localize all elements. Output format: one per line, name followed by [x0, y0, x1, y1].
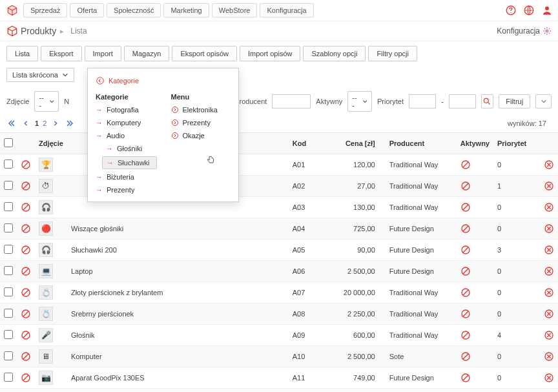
globe-icon[interactable]	[523, 5, 535, 16]
col-producent[interactable]: Producent	[386, 133, 457, 154]
col-aktywny[interactable]: Aktywny	[457, 133, 493, 154]
filter-zdjecie-dropdown[interactable]: ---	[34, 91, 59, 112]
filter-aktywny-dropdown[interactable]: ---	[347, 91, 372, 112]
filter-priorytet-to[interactable]	[449, 94, 476, 108]
filter-producent-input[interactable]	[272, 94, 311, 108]
menu-item-prezenty[interactable]: Prezenty	[163, 116, 239, 129]
row-delete-button[interactable]	[539, 197, 558, 218]
row-checkbox[interactable]	[4, 181, 13, 190]
row-delete-button[interactable]	[539, 240, 558, 261]
app-logo[interactable]	[5, 3, 19, 17]
tab-eksport[interactable]: Eksport	[41, 46, 81, 61]
row-aktywny-icon[interactable]	[457, 346, 493, 367]
row-checkbox[interactable]	[4, 202, 13, 211]
row-delete-button[interactable]	[539, 282, 558, 304]
row-noentry-icon[interactable]	[17, 176, 35, 197]
topnav-sprzedaż[interactable]: Sprzedaż	[23, 3, 67, 17]
filter-priorytet-from[interactable]	[409, 94, 436, 108]
row-checkbox[interactable]	[4, 373, 13, 382]
tab-filtry-opcji[interactable]: Filtry opcji	[368, 46, 417, 61]
pager-prev[interactable]	[21, 118, 31, 129]
table-row[interactable]: 🖥KomputerA102 500,00Sote0	[0, 346, 558, 367]
row-aktywny-icon[interactable]	[457, 240, 493, 261]
row-noentry-icon[interactable]	[17, 325, 35, 346]
row-noentry-icon[interactable]	[17, 218, 35, 240]
col-cena[interactable]: Cena [zł]	[334, 133, 386, 154]
table-row[interactable]: 💾Karta pamięci 8GBA1280,00Future Design2	[0, 389, 558, 393]
tab-import-opisów[interactable]: Import opisów	[240, 46, 300, 61]
row-aktywny-icon[interactable]	[457, 389, 493, 393]
row-delete-button[interactable]	[539, 154, 558, 176]
table-row[interactable]: 🎧A03130,00Traditional Way0	[0, 197, 558, 218]
row-thumbnail[interactable]: 🎤	[39, 328, 53, 342]
row-noentry-icon[interactable]	[17, 304, 35, 325]
filter-expand-button[interactable]	[535, 94, 552, 108]
table-row[interactable]: 💍Srebrny pierścionekA082 250,00Tradition…	[0, 304, 558, 325]
menu-item-okazje[interactable]: Okazje	[163, 129, 239, 142]
row-aktywny-icon[interactable]	[457, 367, 493, 389]
topnav-konfiguracja[interactable]: Konfiguracja	[260, 3, 313, 17]
menu-item-komputery[interactable]: →Komputery	[88, 116, 163, 129]
menu-item-prezenty[interactable]: →Prezenty	[88, 183, 163, 196]
row-noentry-icon[interactable]	[17, 282, 35, 304]
config-link[interactable]: Konfiguracja	[497, 26, 552, 36]
row-thumbnail[interactable]: 🎧	[39, 243, 53, 257]
menu-item-audio[interactable]: →Audio	[88, 129, 163, 142]
tab-eksport-opisów[interactable]: Eksport opisów	[172, 46, 237, 61]
row-checkbox[interactable]	[4, 287, 13, 296]
table-row[interactable]: 🎤GłośnikA09600,00Traditional Way4	[0, 325, 558, 346]
row-delete-button[interactable]	[539, 389, 558, 393]
topnav-webstore[interactable]: WebStore	[212, 3, 258, 17]
row-checkbox[interactable]	[4, 266, 13, 275]
row-delete-button[interactable]	[539, 261, 558, 282]
tab-lista[interactable]: Lista	[6, 46, 38, 61]
row-thumbnail[interactable]: 🖥	[39, 349, 53, 364]
help-icon[interactable]	[505, 5, 517, 16]
row-noentry-icon[interactable]	[17, 389, 35, 393]
table-row[interactable]: 💍Złoty pierścionek z brylantemA0720 000,…	[0, 282, 558, 304]
select-all-checkbox[interactable]	[4, 138, 13, 147]
col-kod[interactable]: Kod	[289, 133, 334, 154]
row-noentry-icon[interactable]	[17, 346, 35, 367]
row-thumbnail[interactable]: 🏆	[39, 158, 53, 172]
row-noentry-icon[interactable]	[17, 197, 35, 218]
row-aktywny-icon[interactable]	[457, 176, 493, 197]
menu-item-fotografia[interactable]: →Fotografia	[88, 103, 163, 116]
row-aktywny-icon[interactable]	[457, 304, 493, 325]
row-thumbnail[interactable]: 🔴	[39, 222, 53, 236]
tab-import[interactable]: Import	[85, 46, 121, 61]
row-noentry-icon[interactable]	[17, 240, 35, 261]
table-row[interactable]: 🏆A01120,00Traditional Way0	[0, 154, 558, 176]
row-aktywny-icon[interactable]	[457, 282, 493, 304]
filter-button[interactable]: Filtruj	[499, 94, 530, 108]
row-delete-button[interactable]	[539, 218, 558, 240]
row-delete-button[interactable]	[539, 367, 558, 389]
row-checkbox[interactable]	[4, 245, 13, 254]
row-thumbnail[interactable]: ⏱	[39, 179, 53, 193]
row-aktywny-icon[interactable]	[457, 261, 493, 282]
row-noentry-icon[interactable]	[17, 367, 35, 389]
topnav-społeczność[interactable]: Społeczność	[107, 3, 161, 17]
row-aktywny-icon[interactable]	[457, 325, 493, 346]
row-delete-button[interactable]	[539, 304, 558, 325]
pager-last[interactable]	[65, 118, 75, 129]
row-checkbox[interactable]	[4, 160, 13, 169]
topnav-oferta[interactable]: Oferta	[70, 3, 104, 17]
tab-magazyn[interactable]: Magazyn	[124, 46, 170, 61]
row-delete-button[interactable]	[539, 346, 558, 367]
row-checkbox[interactable]	[4, 309, 13, 318]
row-thumbnail[interactable]: 💍	[39, 307, 53, 321]
row-checkbox[interactable]	[4, 223, 13, 232]
row-aktywny-icon[interactable]	[457, 218, 493, 240]
menu-item-elektronika[interactable]: Elektronika	[163, 103, 239, 116]
menu-sub-glosniki[interactable]: → Głośniki	[88, 142, 163, 155]
pager-page-2[interactable]: 2	[43, 119, 46, 127]
table-row[interactable]: 🔴Wiszące głośnikiA04725,00Future Design0	[0, 218, 558, 240]
table-row[interactable]: 💻LaptopA062 500,00Future Design0	[0, 261, 558, 282]
row-checkbox[interactable]	[4, 351, 13, 360]
col-priorytet[interactable]: Priorytet	[493, 133, 539, 154]
menu-sub-sluchawki[interactable]: → Słuchawki	[102, 156, 157, 169]
row-thumbnail[interactable]: 📷	[39, 371, 53, 385]
view-mode-dropdown[interactable]: Lista skrócona	[6, 68, 74, 82]
table-row[interactable]: 📷Aparat GoodPix 130ESA11749,00Future Des…	[0, 367, 558, 389]
